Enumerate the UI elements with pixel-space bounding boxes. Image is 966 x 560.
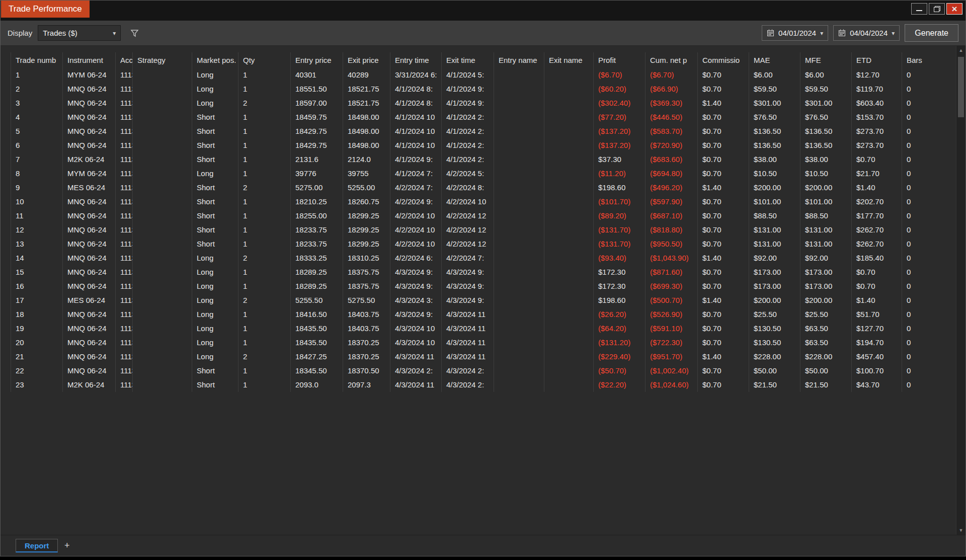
column-header[interactable]: Entry time [390,52,442,68]
column-header[interactable]: Exit time [442,52,494,68]
table-cell [494,209,544,223]
column-header[interactable]: Instrument [63,52,116,68]
table-row[interactable]: 9MES 06-241113Short25275.005255.004/2/20… [11,181,956,195]
display-dropdown[interactable]: Trades ($) ▾ [38,25,121,41]
scroll-down-icon[interactable]: ▼ [956,526,965,535]
table-cell: 18429.75 [291,124,343,138]
table-cell: Long [192,96,238,110]
table-cell: 18429.75 [291,138,343,152]
table-cell: ($591.10) [646,322,698,336]
add-tab-button[interactable]: + [60,539,74,552]
column-header[interactable]: Market pos. [192,52,238,68]
column-header[interactable]: Entry name [494,52,544,68]
table-row[interactable]: 2MNQ 06-241113Long118551.5018521.754/1/2… [11,82,956,96]
column-header[interactable]: Profit [594,52,646,68]
generate-button[interactable]: Generate [905,24,958,42]
table-cell: ($1,024.60) [646,378,698,392]
table-row[interactable]: 22MNQ 06-241113Short118345.5018370.504/3… [11,364,956,378]
table-row[interactable]: 18MNQ 06-241113Long118416.5018403.754/3/… [11,307,956,322]
table-cell: $172.30 [594,265,646,279]
scrollbar-thumb[interactable] [958,57,964,117]
table-cell: 4/1/2024 10 [390,124,442,138]
table-cell: $198.60 [594,181,646,195]
table-cell: $76.50 [749,110,800,124]
table-cell: $10.50 [800,167,852,181]
column-header[interactable]: Strategy [133,52,192,68]
table-cell: 18370.25 [343,350,390,364]
table-cell: 2 [238,181,291,195]
table-cell: 1 [238,167,291,181]
table-row[interactable]: 17MES 06-241113Long25255.505275.504/3/20… [11,293,956,307]
restore-button[interactable] [929,3,945,15]
close-icon: × [951,4,957,14]
table-cell: 4/2/2024 12 [442,223,494,237]
table-row[interactable]: 20MNQ 06-241113Long118435.5018370.254/3/… [11,336,956,350]
table-cell: 6 [11,138,63,152]
column-header[interactable]: Trade numb [11,52,63,68]
column-header[interactable]: Qty [238,52,291,68]
column-header[interactable]: Exit price [343,52,390,68]
table-cell: 1113 [116,124,133,138]
table-cell [133,82,192,96]
vertical-scrollbar[interactable]: ▲ ▼ [956,46,965,535]
scroll-up-icon[interactable]: ▲ [956,46,965,55]
table-row[interactable]: 6MNQ 06-241113Short118429.7518498.004/1/… [11,138,956,152]
table-cell: 1113 [116,350,133,364]
titlebar[interactable]: Trade Performance × [1,1,965,21]
table-row[interactable]: 11MNQ 06-241113Short118255.0018299.254/2… [11,209,956,223]
table-cell: 7 [11,152,63,167]
column-header[interactable]: Entry price [291,52,343,68]
table-row[interactable]: 3MNQ 06-241113Long218597.0018521.754/1/2… [11,96,956,110]
table-row[interactable]: 19MNQ 06-241113Long118435.5018403.754/3/… [11,322,956,336]
date-from-picker[interactable]: 04/01/2024 ▾ [762,25,828,41]
column-header[interactable]: Bars [902,52,956,68]
table-cell: 4/1/2024 2: [442,110,494,124]
table-row[interactable]: 12MNQ 06-241113Short118233.7518299.254/2… [11,223,956,237]
table-row[interactable]: 1MYM 06-241113Long140301402893/31/2024 6… [11,68,956,82]
table-row[interactable]: 10MNQ 06-241113Short118210.2518260.754/2… [11,195,956,209]
column-header[interactable]: MFE [800,52,852,68]
table-cell: 18521.75 [343,96,390,110]
table-cell: $0.70 [852,152,902,167]
table-row[interactable]: 5MNQ 06-241113Short118429.7518498.004/1/… [11,124,956,138]
table-row[interactable]: 23M2K 06-241113Short12093.02097.34/3/202… [11,378,956,392]
table-row[interactable]: 7M2K 06-241113Short12131.62124.04/1/2024… [11,152,956,167]
table-row[interactable]: 14MNQ 06-241113Long218333.2518310.254/2/… [11,251,956,265]
minimize-button[interactable] [911,3,927,15]
window-title[interactable]: Trade Performance [1,1,90,18]
column-header[interactable]: Acco [116,52,133,68]
column-header[interactable]: Cum. net p [646,52,698,68]
table-cell: $119.70 [852,82,902,96]
table-cell: MES 06-24 [63,181,116,195]
table-cell: $51.70 [852,307,902,322]
column-header[interactable]: ETD [852,52,902,68]
table-row[interactable]: 21MNQ 06-241113Long218427.2518370.254/3/… [11,350,956,364]
table-cell: $88.50 [800,209,852,223]
column-header[interactable]: Commissio [698,52,749,68]
toolbar-right-group: 04/01/2024 ▾ 04/04/2024 ▾ Genera [762,24,958,42]
date-to-picker[interactable]: 04/04/2024 ▾ [833,25,900,41]
table-cell: 18310.25 [343,251,390,265]
table-row[interactable]: 4MNQ 06-241113Short118459.7518498.004/1/… [11,110,956,124]
table-cell: ($26.20) [594,307,646,322]
column-header[interactable]: Exit name [544,52,594,68]
table-row[interactable]: 16MNQ 06-241113Long118289.2518375.754/3/… [11,279,956,293]
table-row[interactable]: 13MNQ 06-241113Short118233.7518299.254/2… [11,237,956,251]
table-cell: ($583.70) [646,124,698,138]
filter-button[interactable] [129,28,140,38]
table-row[interactable]: 15MNQ 06-241113Long118289.2518375.754/3/… [11,265,956,279]
table-cell: $0.70 [698,307,749,322]
table-cell: ($22.20) [594,378,646,392]
table-cell [494,307,544,322]
tab-report[interactable]: Report [16,539,58,552]
table-cell: 2124.0 [343,152,390,167]
column-header[interactable]: MAE [749,52,800,68]
table-cell: ($871.60) [646,265,698,279]
table-cell: $0.70 [698,209,749,223]
table-cell: Long [192,322,238,336]
close-button[interactable]: × [946,3,962,15]
table-cell [544,265,594,279]
table-cell: 0 [902,124,956,138]
table-row[interactable]: 8MYM 06-241113Long139776397554/1/2024 7:… [11,167,956,181]
table-cell: 1 [238,82,291,96]
